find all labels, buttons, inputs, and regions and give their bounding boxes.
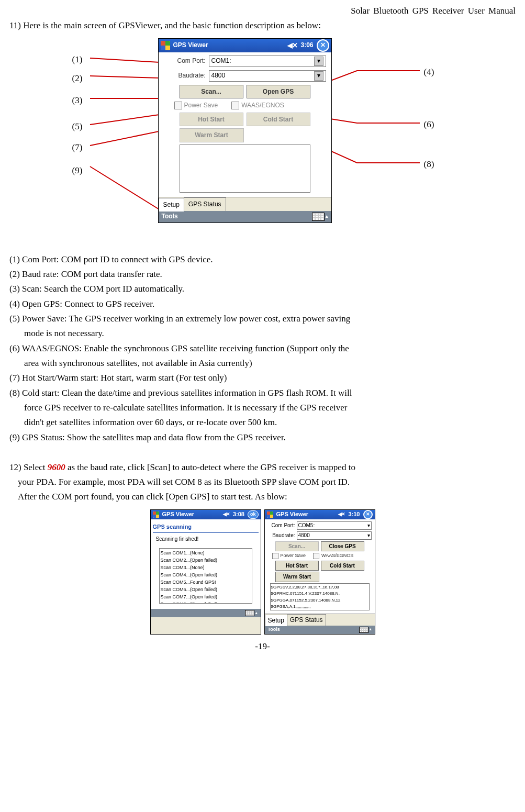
coldstart-button[interactable]: Cold Start (247, 113, 310, 127)
close-icon[interactable]: ✕ (363, 510, 373, 519)
baud-label: Baudrate: (164, 71, 206, 81)
tab-setup[interactable]: Setup (265, 615, 287, 626)
annotated-figure: (1) (2) (3) (5) (7) (9) (4) (6) (8) GPS … (22, 38, 504, 248)
list-item: $GPGGA,071152.5,2307.14088,N,12 (271, 597, 368, 604)
checkbox-icon (174, 102, 182, 109)
powersave-checkbox[interactable]: Power Save (272, 552, 306, 560)
list-item: Scan COM3...(None) (161, 564, 251, 572)
scanning-finished-msg: Scanning finished! (153, 533, 259, 546)
window-title: GPS Viewer (173, 40, 285, 50)
comport-label: Com Port: (268, 521, 295, 530)
coldstart-button[interactable]: Cold Start (321, 561, 364, 571)
callout-7: (7) (72, 141, 83, 154)
step12-line1: 12) Select 9600 as the baud rate, click … (9, 461, 516, 474)
scan-results-list[interactable]: Scan COM1...(None) Scan COM2...(Open fai… (159, 548, 252, 604)
waas-checkbox[interactable]: WAAS/EGNOS (313, 552, 353, 560)
desc-1: (1) Com Port: COM port ID to connect wit… (9, 253, 516, 266)
scanning-window: GPS Viewer ◀✕ 3:08 ok GPS scanning Scann… (150, 509, 261, 635)
scan-button[interactable]: Scan... (180, 85, 243, 99)
close-icon[interactable]: ✕ (317, 39, 329, 52)
chevron-down-icon[interactable]: ▾ (367, 531, 370, 540)
bottom-toolbar: Tools ▴ (159, 211, 331, 223)
start-icon[interactable] (267, 511, 273, 518)
connected-window: GPS Viewer ◀✕ 3:10 ✕ Com Port:COM5:▾ Bau… (264, 509, 375, 635)
close-gps-button[interactable]: Close GPS (321, 541, 364, 552)
clock: 3:06 (300, 40, 313, 50)
desc-4: (4) Open GPS: Connect to GPS receiver. (9, 297, 516, 311)
callout-8: (8) (424, 158, 434, 171)
gpsviewer-window: GPS Viewer ◀✕ 3:06 ✕ Com Port: COM1: ▾ B… (158, 38, 332, 223)
ok-button[interactable]: ok (248, 510, 259, 519)
tab-gps-status[interactable]: GPS Status (287, 614, 326, 626)
callout-1: (1) (72, 53, 83, 66)
baud-combo[interactable]: 4800▾ (297, 531, 372, 540)
open-gps-button[interactable]: Open GPS (247, 85, 310, 99)
list-item: Scan COM1...(None) (161, 550, 251, 557)
titlebar: GPS Viewer ◀✕ 3:06 ✕ (159, 39, 331, 52)
scan-button[interactable]: Scan... (275, 541, 319, 552)
hotstart-button[interactable]: Hot Start (180, 113, 243, 127)
output-textbox (180, 144, 310, 193)
svg-line-5 (90, 166, 166, 214)
desc-8c: didn't get satellites information over 6… (9, 416, 516, 429)
clock: 3:10 (348, 510, 360, 519)
desc-6a: (6) WAAS/EGNOS: Enable the synchronous G… (9, 342, 516, 355)
comport-label: Com Port: (164, 56, 206, 66)
desc-7: (7) Hot Start/Warm start: Hot start, war… (9, 371, 516, 385)
callout-3: (3) (72, 94, 83, 107)
scanning-banner: GPS scanning (153, 521, 259, 533)
comport-combo[interactable]: COM5:▾ (297, 521, 372, 530)
keyboard-icon[interactable]: ▴ (245, 610, 258, 616)
window-title: GPS Viewer (276, 510, 336, 519)
callout-4: (4) (424, 65, 434, 79)
warmstart-button[interactable]: Warm Start (180, 128, 244, 142)
list-item: Scan COM7...(Open failed) (161, 594, 251, 601)
baud-label: Baudrate: (268, 531, 295, 540)
desc-8a: (8) Cold start: Clean the date/time and … (9, 386, 516, 400)
chevron-down-icon[interactable]: ▾ (314, 57, 323, 66)
chevron-down-icon[interactable]: ▾ (367, 521, 370, 530)
baud-9600-highlight: 9600 (48, 462, 65, 472)
powersave-checkbox[interactable]: Power Save (174, 101, 218, 110)
callout-9: (9) (72, 164, 83, 177)
tools-menu[interactable]: Tools (268, 626, 280, 633)
keyboard-icon[interactable]: ▴ (359, 627, 372, 633)
checkbox-icon (231, 102, 239, 109)
desc-2: (2) Baud rate: COM port data transfer ra… (9, 268, 516, 281)
desc-5a: (5) Power Save: The GPS receiver working… (9, 312, 516, 326)
speaker-icon[interactable]: ◀✕ (223, 511, 230, 518)
page-number: -19- (9, 640, 516, 653)
speaker-icon[interactable]: ◀✕ (338, 511, 345, 518)
bottom-screenshots: GPS Viewer ◀✕ 3:08 ok GPS scanning Scann… (9, 509, 516, 635)
intro-text: 11) Here is the main screen of GPSViewer… (9, 19, 516, 32)
waas-checkbox[interactable]: WAAS/EGNOS (231, 101, 284, 110)
tab-setup[interactable]: Setup (159, 198, 184, 212)
comport-combo[interactable]: COM1: ▾ (209, 55, 326, 67)
hotstart-button[interactable]: Hot Start (275, 561, 319, 571)
tab-gps-status[interactable]: GPS Status (184, 197, 226, 211)
doc-header: Solar Bluetooth GPS Receiver User Manual (9, 4, 516, 18)
callout-2: (2) (72, 72, 83, 85)
desc-6b: area with synchronous satellites, not av… (9, 357, 516, 370)
callout-5: (5) (72, 120, 83, 134)
baud-value: 4800 (211, 71, 226, 81)
desc-8b: force GPS receiver to re-calculate satel… (9, 401, 516, 415)
chevron-down-icon[interactable]: ▾ (314, 71, 323, 81)
step12-line3: After the COM port found, you can click … (9, 490, 516, 504)
list-item: $GPGSV,2,2,08,27,38,317,,16,17,08 (271, 584, 368, 591)
nmea-output[interactable]: $GPGSV,2,2,08,27,38,317,,16,17,08 $GPRMC… (270, 583, 370, 610)
baud-combo[interactable]: 4800 ▾ (209, 70, 326, 82)
speaker-icon[interactable]: ◀✕ (287, 40, 297, 51)
tabs: Setup GPS Status (159, 197, 331, 211)
list-item: $GPGSA,A,1,,,,,,,,,,,,, (271, 604, 368, 610)
list-item: $GPRMC,071151.4,V,2307.14088,N, (271, 591, 368, 597)
start-icon[interactable] (153, 511, 159, 518)
start-icon[interactable] (161, 41, 170, 50)
tools-menu[interactable]: Tools (162, 212, 178, 221)
keyboard-icon[interactable]: ▴ (312, 213, 328, 221)
desc-5b: mode is not necessary. (9, 327, 516, 340)
warmstart-button[interactable]: Warm Start (275, 572, 319, 582)
list-item: Scan COM6...(Open failed) (161, 586, 251, 594)
callout-6: (6) (424, 118, 434, 131)
list-item: Scan COM2...(Open failed) (161, 557, 251, 564)
